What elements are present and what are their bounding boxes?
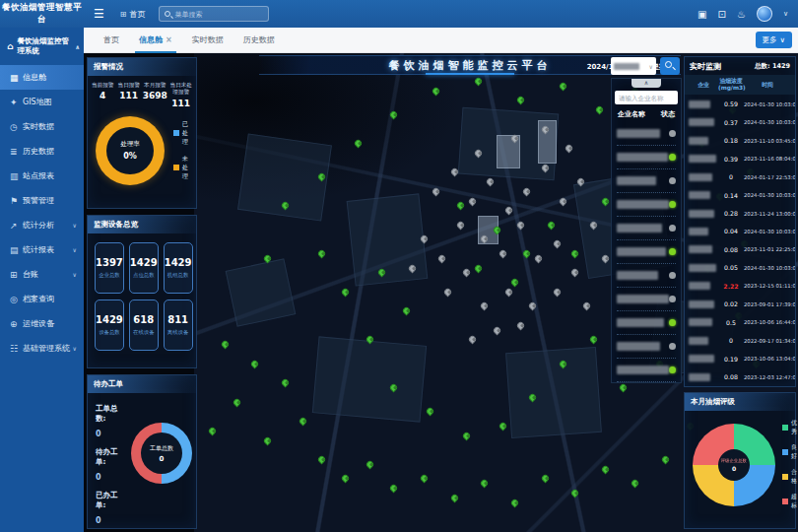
- redacted-company-name: [689, 282, 710, 290]
- realtime-row[interactable]: 0.59 2024-01-30 10:03:00: [685, 95, 795, 112]
- sidebar-item[interactable]: ◎ 档案查询: [0, 287, 84, 311]
- realtime-row[interactable]: 0.18 2023-11-10 03:45:00: [685, 131, 795, 149]
- workorder-donut: 工单总数 0: [131, 423, 192, 484]
- realtime-title: 实时监测: [690, 61, 721, 72]
- chevron-down-icon: ∨: [73, 246, 84, 253]
- tab-label: 信息舱: [139, 34, 163, 45]
- sidebar-item[interactable]: ✦ GIS地图: [0, 90, 84, 114]
- company-row[interactable]: [617, 264, 676, 288]
- realtime-row[interactable]: 0.02 2023-09-01 17:39:00: [685, 296, 795, 313]
- redacted-company-name: [689, 300, 714, 308]
- chevron-down-icon: ∨: [73, 345, 84, 352]
- concentration-value: 0.05: [718, 264, 744, 271]
- company-row[interactable]: [617, 359, 676, 382]
- company-row[interactable]: [617, 122, 676, 146]
- company-row[interactable]: [617, 335, 676, 359]
- redacted-company-name: [617, 200, 669, 209]
- realtime-row[interactable]: 0.28 2023-11-24 13:00:00: [685, 204, 795, 222]
- company-select[interactable]: ∨: [611, 57, 656, 75]
- more-button[interactable]: 更多∨: [756, 32, 793, 48]
- realtime-row[interactable]: 2.22 2023-12-15 01:11:00: [685, 277, 795, 295]
- legend-item: 合格: [782, 468, 797, 486]
- column-concentration: 油烟浓度(mg/m3): [718, 78, 744, 92]
- sidebar-item[interactable]: ▦ 信息舱: [0, 65, 84, 90]
- reading-time: 2023-10-06 13:04:00: [744, 356, 795, 362]
- tab-历史数据[interactable]: 历史数据: [243, 28, 275, 53]
- sidebar-item[interactable]: ⊞ 台账∨: [0, 262, 84, 287]
- sidebar-item[interactable]: ↗ 统计分析∨: [0, 213, 84, 237]
- redacted-company-name: [689, 210, 714, 218]
- collapse-tab[interactable]: ∧: [632, 79, 661, 88]
- company-row[interactable]: [617, 217, 676, 240]
- badge-icon[interactable]: ▣: [698, 9, 706, 20]
- company-row[interactable]: [617, 169, 676, 193]
- company-row[interactable]: [617, 146, 676, 169]
- reading-time: 2023-10-06 16:44:00: [744, 319, 795, 325]
- company-row[interactable]: [617, 288, 676, 311]
- sidebar-item[interactable]: ▤ 统计报表∨: [0, 237, 84, 262]
- realtime-row[interactable]: 0.04 2024-01-30 10:03:00: [685, 223, 795, 240]
- redacted-company-name: [689, 173, 712, 181]
- legend-item: 未处理: [173, 155, 192, 181]
- sidebar-item-label: 实时数据: [23, 121, 54, 132]
- realtime-row[interactable]: 0.05 2024-01-30 10:03:00: [685, 259, 795, 277]
- sidebar-group-header[interactable]: ⌂ 餐饮油烟监控管理系统 ∧: [0, 28, 84, 65]
- legend-item: 良好: [782, 443, 797, 461]
- realtime-total: 总数: 1429: [755, 62, 790, 71]
- realtime-data-icon: ◷: [10, 122, 23, 132]
- concentration-value: 0.14: [718, 192, 744, 199]
- maintenance-device-icon: ⊕: [10, 319, 23, 329]
- realtime-row[interactable]: 0 2022-09-17 01:34:00: [685, 332, 795, 350]
- rating-panel: 本月油烟评级 评级企业总数 0 优秀良好合格超标: [684, 392, 796, 529]
- fullscreen-icon[interactable]: ⊡: [718, 9, 726, 20]
- realtime-row[interactable]: 0.5 2023-10-06 16:44:00: [685, 313, 795, 331]
- realtime-row[interactable]: 0.39 2023-11-16 08:04:00: [685, 150, 795, 167]
- company-search-button[interactable]: [660, 57, 680, 75]
- realtime-row[interactable]: 0.08 2023-12-03 12:47:00: [685, 368, 795, 386]
- tab-首页[interactable]: 首页: [103, 28, 119, 53]
- sidebar-item[interactable]: ▥ 站点报表: [0, 164, 84, 188]
- company-name-input[interactable]: [615, 91, 678, 104]
- reading-time: 2023-11-24 13:00:00: [744, 211, 795, 217]
- alarm-panel-title: 报警情况: [88, 58, 196, 76]
- concentration-value: 2.22: [718, 283, 744, 290]
- workorder-stat: 已办工单:0: [96, 482, 125, 525]
- theme-icon[interactable]: ♨: [737, 9, 746, 20]
- sidebar-item[interactable]: ☷ 基础管理系统∨: [0, 336, 84, 361]
- breadcrumb[interactable]: ⊞ 首页: [120, 9, 146, 20]
- realtime-row[interactable]: 0 2024-01-17 22:53:00: [685, 167, 795, 185]
- realtime-row[interactable]: 0.37 2024-01-30 10:03:00: [685, 113, 795, 131]
- reading-time: 2024-01-17 22:53:00: [744, 174, 795, 180]
- menu-search-box[interactable]: [159, 6, 269, 22]
- company-row[interactable]: [617, 311, 676, 335]
- legend-item: 优秀: [782, 419, 797, 436]
- realtime-panel: 实时监测 总数: 1429 企业 油烟浓度(mg/m3) 时间 0.59 202…: [684, 56, 796, 387]
- hamburger-menu-icon[interactable]: ☰: [94, 7, 104, 21]
- tab-实时数据[interactable]: 实时数据: [192, 28, 224, 53]
- company-row[interactable]: [617, 193, 676, 217]
- close-icon[interactable]: ×: [166, 35, 172, 44]
- realtime-row[interactable]: 0.08 2023-11-01 22:25:00: [685, 240, 795, 258]
- sidebar-item[interactable]: ≣ 历史数据: [0, 139, 84, 164]
- company-row[interactable]: [617, 240, 676, 264]
- chevron-down-icon[interactable]: ∨: [783, 10, 788, 18]
- avatar[interactable]: [757, 6, 772, 22]
- redacted-company-name: [689, 228, 708, 235]
- sidebar-item[interactable]: ⚑ 预警管理: [0, 188, 84, 213]
- workorder-panel: 待办工单 工单总数:0待办工单:0已办工单:0 工单总数 0: [87, 374, 197, 529]
- tab-信息舱[interactable]: 信息舱×: [139, 28, 172, 53]
- status-dot: [669, 154, 676, 161]
- sidebar-item[interactable]: ⊕ 运维设备: [0, 311, 84, 336]
- device-stat-box: 811离线设备: [164, 299, 193, 351]
- redacted-company-name: [689, 155, 716, 163]
- menu-search-input[interactable]: [174, 11, 263, 18]
- sidebar-item[interactable]: ◷ 实时数据: [0, 114, 84, 139]
- realtime-row[interactable]: 0.19 2023-10-06 13:04:00: [685, 350, 795, 367]
- status-dot: [669, 248, 676, 255]
- donut-center-value: 0: [732, 465, 736, 472]
- dashboard-title: 餐饮油烟智能监控云平台: [389, 58, 552, 73]
- company-list-panel: ∧ 企业名称 状态: [611, 78, 682, 383]
- realtime-row[interactable]: 0.14 2024-01-30 10:03:00: [685, 186, 795, 204]
- concentration-value: 0: [718, 337, 744, 344]
- workorder-panel-title: 待办工单: [88, 375, 196, 393]
